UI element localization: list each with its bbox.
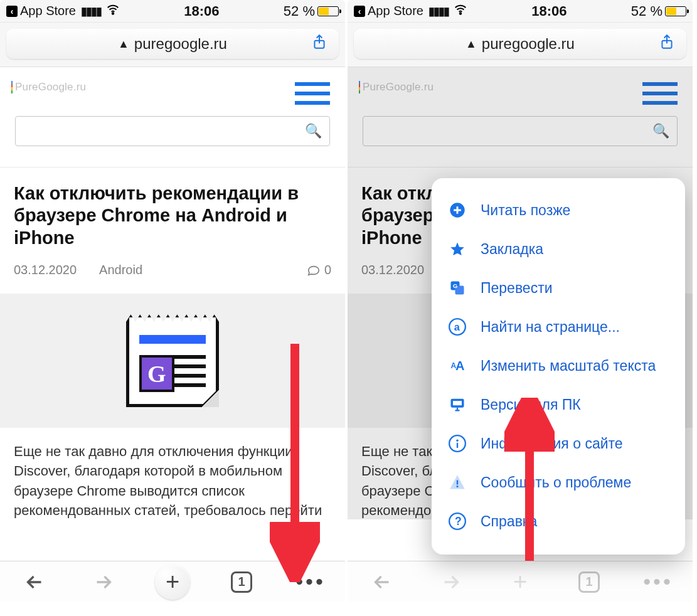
find-icon: a xyxy=(448,317,467,336)
battery-pct: 52 % xyxy=(631,3,662,19)
tabs-button[interactable]: 1 xyxy=(555,561,624,602)
info-icon xyxy=(448,434,467,453)
menu-translate[interactable]: G Перевести xyxy=(437,268,680,307)
article-date: 03.12.2020 xyxy=(14,263,77,277)
url-bar[interactable]: ▲ puregoogle.ru xyxy=(354,29,686,59)
help-icon: ? xyxy=(448,512,467,531)
new-tab-button[interactable]: + xyxy=(138,561,207,602)
menu-help[interactable]: ? Справка xyxy=(437,502,680,541)
site-header: PureGoogle.ru 🔍 xyxy=(0,67,345,167)
article: Как отключить рекомендации в браузере Ch… xyxy=(0,167,345,519)
screenshot-right: ‹ App Store ▮▮▮▮ 18:06 52 % ▲ puregoogle… xyxy=(348,0,693,602)
star-icon xyxy=(448,240,467,258)
news-icon: G xyxy=(126,314,219,407)
back-to-app[interactable]: ‹ App Store xyxy=(6,4,76,18)
article-title[interactable]: Как отключить рекомендации в браузере Ch… xyxy=(14,183,331,249)
text-size-icon: AA xyxy=(448,356,467,375)
svg-point-16 xyxy=(456,486,458,487)
screenshot-left: ‹ App Store ▮▮▮▮ 18:06 52 % ▲ puregoogle… xyxy=(0,0,345,602)
article-body: Еще не так давно для отключения функции … xyxy=(14,442,331,519)
bottom-toolbar: + 1 ••• xyxy=(0,561,345,602)
site-header: PureGoogle.ru 🔍 xyxy=(348,67,693,167)
desktop-icon xyxy=(448,395,467,414)
menu-report-issue[interactable]: Сообщить о проблеме xyxy=(437,463,680,502)
back-button[interactable] xyxy=(348,561,417,602)
url-text: puregoogle.ru xyxy=(482,35,575,53)
battery-indicator: 52 % xyxy=(284,3,339,19)
url-bar[interactable]: ▲ puregoogle.ru xyxy=(6,29,339,59)
menu-find-in-page[interactable]: a Найти на странице... xyxy=(437,307,680,346)
menu-read-later[interactable]: Читать позже xyxy=(437,191,680,230)
battery-pct: 52 % xyxy=(284,3,315,19)
bottom-toolbar: + 1 ••• xyxy=(348,561,693,602)
not-secure-icon: ▲ xyxy=(118,38,129,51)
site-logo[interactable]: PureGoogle.ru xyxy=(15,81,330,93)
back-to-app-label: App Store xyxy=(368,4,423,18)
tabs-count: 1 xyxy=(578,571,600,593)
more-button[interactable]: ••• xyxy=(624,561,693,602)
wifi-icon xyxy=(106,3,120,20)
svg-text:a: a xyxy=(454,321,460,332)
clock: 18:06 xyxy=(184,3,219,19)
site-search[interactable]: 🔍 xyxy=(15,116,330,146)
svg-point-13 xyxy=(456,440,459,442)
tabs-button[interactable]: 1 xyxy=(207,561,276,602)
site-search[interactable]: 🔍 xyxy=(363,116,678,146)
more-button[interactable]: ••• xyxy=(276,561,345,602)
svg-rect-14 xyxy=(457,443,458,448)
svg-point-0 xyxy=(112,13,114,14)
search-icon: 🔍 xyxy=(652,123,669,139)
status-bar: ‹ App Store ▮▮▮▮ 18:06 52 % xyxy=(0,0,345,23)
new-tab-button[interactable]: + xyxy=(486,561,555,602)
svg-rect-15 xyxy=(457,481,458,485)
cell-signal-icon: ▮▮▮▮ xyxy=(428,4,449,18)
battery-indicator: 52 % xyxy=(631,3,686,19)
svg-point-2 xyxy=(460,13,462,14)
tabs-count: 1 xyxy=(231,571,252,593)
site-logo[interactable]: PureGoogle.ru xyxy=(363,81,678,93)
article-hero: G xyxy=(0,294,345,428)
read-later-icon xyxy=(448,201,467,220)
search-icon: 🔍 xyxy=(305,123,322,139)
article-category[interactable]: Android xyxy=(99,263,142,277)
svg-text:G: G xyxy=(453,283,457,289)
comments-count[interactable]: 0 xyxy=(307,263,331,277)
forward-button xyxy=(69,561,138,602)
not-secure-icon: ▲ xyxy=(466,38,477,51)
translate-icon: G xyxy=(448,279,467,297)
wifi-icon xyxy=(454,3,467,20)
menu-site-info[interactable]: Информация о сайте xyxy=(437,424,680,463)
back-to-app[interactable]: ‹ App Store xyxy=(354,4,423,18)
svg-text:?: ? xyxy=(455,515,462,528)
back-button[interactable] xyxy=(0,561,69,602)
clock: 18:06 xyxy=(531,3,567,19)
menu-bookmark[interactable]: Закладка xyxy=(437,230,680,268)
share-button[interactable] xyxy=(311,34,327,54)
context-menu: Читать позже Закладка G Перевести a Найт… xyxy=(432,178,685,555)
forward-button xyxy=(417,561,486,602)
svg-rect-11 xyxy=(452,400,462,406)
article-date: 03.12.2020 xyxy=(361,263,424,277)
status-bar: ‹ App Store ▮▮▮▮ 18:06 52 % xyxy=(348,0,693,23)
url-text: puregoogle.ru xyxy=(134,35,227,53)
warning-icon xyxy=(448,473,467,492)
share-button[interactable] xyxy=(659,34,675,54)
menu-text-size[interactable]: AA Изменить масштаб текста xyxy=(437,346,680,385)
back-to-app-label: App Store xyxy=(20,4,76,18)
cell-signal-icon: ▮▮▮▮ xyxy=(81,4,101,18)
menu-desktop-site[interactable]: Версия для ПК xyxy=(437,385,680,424)
hamburger-menu[interactable] xyxy=(642,82,678,105)
hamburger-menu[interactable] xyxy=(295,82,330,105)
